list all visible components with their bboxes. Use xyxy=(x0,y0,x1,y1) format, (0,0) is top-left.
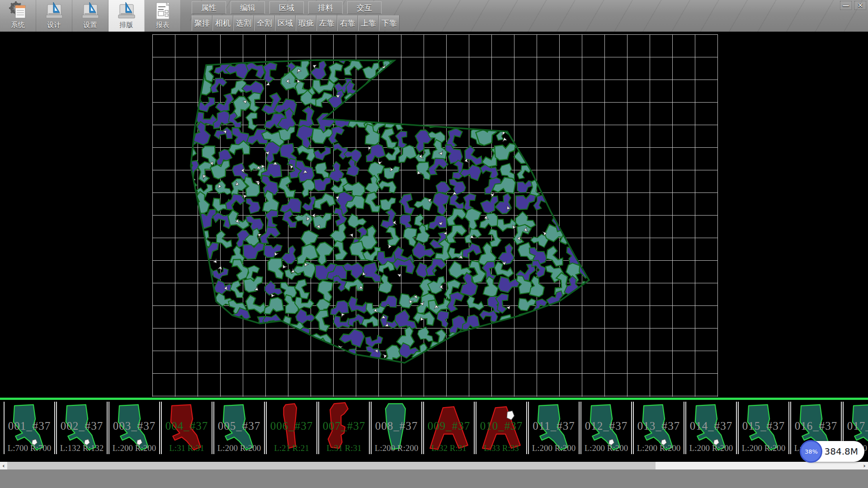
piece-thumbnail-015_#37[interactable]: 015_#37 L:200 R:200 xyxy=(738,402,789,454)
memory-value: 384.8M xyxy=(824,446,858,457)
piece-id-label: 009_#37 xyxy=(424,420,474,432)
piece-id-label: 016_#37 xyxy=(791,420,841,432)
piece-thumbnail-009_#37[interactable]: 009_#37 L:32 R:31 xyxy=(423,402,475,454)
piece-lr-count: L:31 R:31 xyxy=(319,443,369,453)
piece-thumbnail-006_#37[interactable]: 006_#37 L:21 R:21 xyxy=(266,402,317,454)
piece-lr-count: L:32 R:31 xyxy=(424,443,474,453)
progress-percent-badge: 38% xyxy=(800,440,822,463)
piece-id-label: 015_#37 xyxy=(739,420,788,432)
piece-thumbnail-001_#37[interactable]: 001_#37 L:700 R:700 xyxy=(4,402,55,454)
piece-thumbnail-008_#37[interactable]: 008_#37 L:200 R:200 xyxy=(371,402,422,454)
piece-thumbnail-011_#37[interactable]: 011_#37 L:200 R:200 xyxy=(528,402,580,454)
piece-lr-count: L:200 R:200 xyxy=(739,443,788,453)
piece-thumbnail-014_#37[interactable]: 014_#37 L:200 R:200 xyxy=(685,402,737,454)
piece-lr-count: L:200 R:200 xyxy=(634,443,684,453)
piece-lr-count: L:31 R:31 xyxy=(162,443,212,453)
piece-thumbnail-002_#37[interactable]: 002_#37 L:132 R:132 xyxy=(56,402,108,454)
piece-id-label: 002_#37 xyxy=(57,420,107,432)
piece-lr-count: L:200 R:200 xyxy=(372,443,421,453)
piece-id-label: 008_#37 xyxy=(372,420,421,432)
piece-lr-count: L:200 R:200 xyxy=(581,443,631,453)
piece-id-label: 003_#37 xyxy=(109,420,159,432)
piece-id-label: 001_#37 xyxy=(5,420,54,432)
piece-id-label: 017_#37 xyxy=(844,420,868,432)
scrollbar-thumb[interactable] xyxy=(7,462,656,469)
piece-thumbnail-013_#37[interactable]: 013_#37 L:200 R:200 xyxy=(633,402,684,454)
piece-id-label: 014_#37 xyxy=(686,420,736,432)
piece-lr-count: L:700 R:700 xyxy=(5,443,54,453)
memory-status-badge: 38% 384.8M xyxy=(801,441,864,462)
piece-lr-count: L:200 R:200 xyxy=(109,443,159,453)
piece-id-label: 010_#37 xyxy=(476,420,526,432)
piece-id-label: 013_#37 xyxy=(634,420,684,432)
piece-thumbnail-010_#37[interactable]: 010_#37 L:33 R:33 xyxy=(476,402,527,454)
piece-lr-count: L:21 R:21 xyxy=(267,443,316,453)
piece-id-label: 005_#37 xyxy=(214,420,264,432)
piece-thumbnail-007_#37[interactable]: 007_#37 L:31 R:31 xyxy=(318,402,370,454)
scroll-left-arrow-icon[interactable]: ‹ xyxy=(0,462,7,469)
piece-thumbnail-003_#37[interactable]: 003_#37 L:200 R:200 xyxy=(108,402,160,454)
piece-lr-count: L:200 R:200 xyxy=(686,443,736,453)
horizontal-scrollbar[interactable]: ‹ › xyxy=(0,462,868,469)
status-bar xyxy=(0,469,868,488)
piece-id-label: 007_#37 xyxy=(319,420,369,432)
piece-thumbnail-list: 001_#37 L:700 R:700 002_#37 L:132 R:132 … xyxy=(4,402,868,454)
piece-thumbnail-005_#37[interactable]: 005_#37 L:200 R:200 xyxy=(213,402,265,454)
piece-lr-count: L:33 R:33 xyxy=(476,443,526,453)
piece-thumbnail-012_#37[interactable]: 012_#37 L:200 R:200 xyxy=(580,402,632,454)
scroll-right-arrow-icon[interactable]: › xyxy=(861,462,868,469)
piece-lr-count: L:200 R:200 xyxy=(214,443,264,453)
piece-thumbnail-panel: 001_#37 L:700 R:700 002_#37 L:132 R:132 … xyxy=(0,398,868,462)
piece-id-label: 004_#37 xyxy=(162,420,212,432)
piece-id-label: 012_#37 xyxy=(581,420,631,432)
piece-lr-count: L:132 R:132 xyxy=(57,443,107,453)
piece-id-label: 011_#37 xyxy=(529,420,579,432)
piece-id-label: 006_#37 xyxy=(267,420,316,432)
nesting-canvas[interactable] xyxy=(0,32,868,398)
piece-thumbnail-004_#37[interactable]: 004_#37 L:31 R:31 xyxy=(161,402,212,454)
piece-lr-count: L:200 R:200 xyxy=(529,443,579,453)
